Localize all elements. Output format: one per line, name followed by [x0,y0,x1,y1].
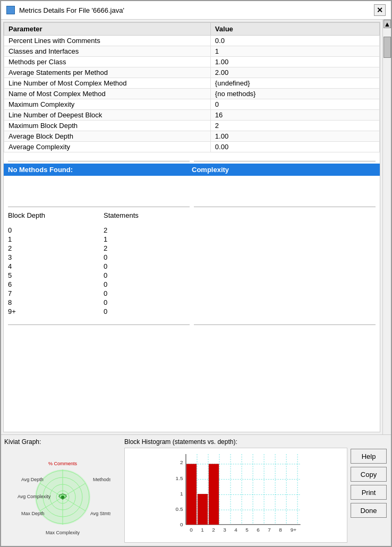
close-button[interactable]: ✕ [374,4,386,16]
depth-value: 4 [8,262,104,270]
depth-value: 1 [8,235,104,243]
table-row: Percent Lines with Comments0.0 [4,36,380,46]
svg-text:0: 0 [190,527,193,533]
list-item: 80 [4,298,380,307]
table-row: Average Statements per Method2.00 [4,67,380,78]
kiviat-svg: % Comments Methods/Class Avg Stmts/Metho… [15,450,110,541]
depth-value: 5 [8,271,104,279]
svg-text:1: 1 [201,527,204,533]
param-cell: Line Number of Most Complex Method [4,78,211,89]
svg-rect-43 [209,464,219,525]
svg-text:2: 2 [212,527,215,533]
statements-value: 0 [104,271,376,279]
scroll-up-btn[interactable]: ▲ [384,20,391,28]
block-depth-header: Block Depth Statements [4,209,380,221]
bottom-section: Kiviat Graph: [1,434,391,546]
depth-value: 9+ [8,307,104,315]
statements-value: 0 [104,307,376,315]
statements-value: 0 [104,280,376,288]
svg-text:Max Depth: Max Depth [21,511,45,516]
sep-line-4 [194,207,376,207]
table-row: Maximum Block Depth2 [4,121,380,131]
kiviat-label: Kiviat Graph: [4,438,121,446]
depth-value: 8 [8,298,104,306]
help-button[interactable]: Help [351,449,387,464]
list-item: 9+0 [4,307,380,316]
table-row: Line Number of Most Complex Method{undef… [4,78,380,89]
scrollbar-thumb[interactable] [384,37,391,58]
param-cell: Average Block Depth [4,131,211,142]
list-item: 30 [4,253,380,262]
scrollbar-track[interactable]: ▲ [382,20,391,434]
sep-line-2 [194,161,376,161]
param-cell: Name of Most Complex Method [4,89,211,99]
param-cell: Maximum Complexity [4,99,211,110]
done-button[interactable]: Done [351,503,387,518]
svg-text:Avg Depth: Avg Depth [21,477,44,482]
list-item: 22 [4,244,380,253]
svg-text:1: 1 [180,491,183,497]
value-cell: 1 [210,46,379,57]
svg-text:8: 8 [279,527,282,533]
svg-text:7: 7 [268,527,271,533]
statements-value: 0 [104,253,376,261]
svg-text:Methods/Class: Methods/Class [93,477,110,482]
depth-value: 2 [8,244,104,252]
list-item: 70 [4,289,380,298]
svg-text:1.5: 1.5 [176,475,183,481]
statements-value: 2 [104,226,376,234]
value-cell: {undefined} [210,78,379,89]
table-row: Average Complexity0.00 [4,142,380,152]
table-row: Average Block Depth1.00 [4,131,380,142]
param-cell: Classes and Interfaces [4,46,211,57]
sep-line-3 [8,207,190,207]
svg-text:4: 4 [234,527,237,533]
buttons-panel: Help Copy Print Done [351,438,388,543]
col-value: Value [210,23,379,36]
title-bar-left: Metrics Details For File '6666.java' [6,6,124,14]
title-bar: Metrics Details For File '6666.java' ✕ [1,1,391,20]
sep-line-6 [194,324,376,325]
copy-button[interactable]: Copy [351,467,387,482]
block-spacer [4,221,380,226]
depth-value: 0 [8,226,104,234]
statements-value: 2 [104,244,376,252]
separator-2 [4,202,380,209]
value-cell: 0.0 [210,36,379,46]
param-cell: Average Statements per Method [4,67,211,78]
svg-text:5: 5 [245,527,249,533]
depth-value: 7 [8,289,104,297]
param-cell: Methods per Class [4,57,211,67]
histogram-label: Block Histogram (statements vs. depth): [124,438,347,446]
depth-value: 6 [8,280,104,288]
list-item: 40 [4,262,380,271]
svg-rect-41 [186,464,197,525]
block-rows: 0211223040506070809+0 [4,226,380,316]
svg-text:9+: 9+ [291,527,297,533]
col-parameter: Parameter [4,23,211,36]
svg-text:2: 2 [180,459,183,465]
metrics-icon [6,6,15,14]
kiviat-canvas: % Comments Methods/Class Avg Stmts/Metho… [4,448,121,543]
print-button[interactable]: Print [351,485,387,500]
methods-empty-space [4,176,380,202]
statements-value: 0 [104,262,376,270]
svg-text:3: 3 [223,527,226,533]
table-row: Maximum Complexity0 [4,99,380,110]
list-item: 02 [4,226,380,235]
svg-text:% Comments: % Comments [48,461,78,466]
list-item: 50 [4,271,380,280]
separator-3 [4,316,380,327]
sep-line-5 [8,324,190,325]
svg-text:0.5: 0.5 [176,506,183,512]
statements-value: 0 [104,289,376,297]
statements-value: 0 [104,298,376,306]
value-cell: {no methods} [210,89,379,99]
value-cell: 2 [210,121,379,131]
histogram-svg: 0 0.5 1 1.5 2 [125,448,347,542]
param-cell: Maximum Block Depth [4,121,211,131]
svg-point-12 [61,495,64,499]
main-panel: Parameter Value Percent Lines with Comme… [3,22,380,432]
statements-value: 1 [104,235,376,243]
svg-text:Max Complexity: Max Complexity [46,530,80,535]
